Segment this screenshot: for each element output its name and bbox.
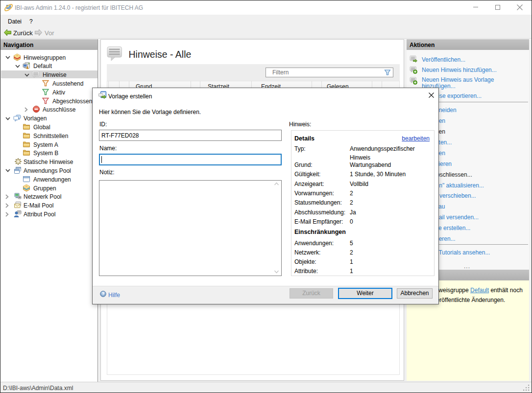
- svg-text:?: ?: [102, 291, 105, 296]
